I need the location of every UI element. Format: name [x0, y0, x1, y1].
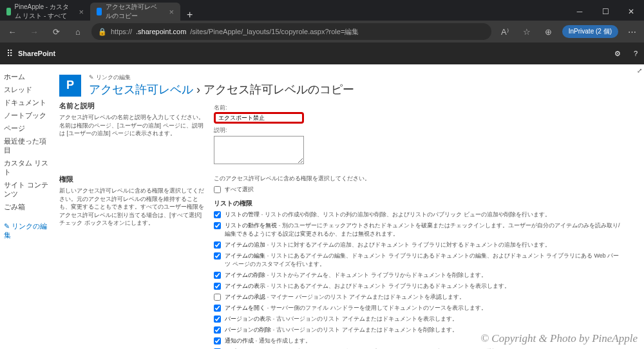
back-button[interactable]: ← [4, 27, 21, 37]
new-tab-button[interactable]: + [180, 9, 199, 21]
page-title: アクセス許可レベル › アクセス許可レベルのコピー [89, 82, 354, 97]
list-perm-heading: リストの権限 [214, 199, 622, 208]
url-path: /sites/PineApple/_layouts/15/copyrole.as… [190, 27, 359, 37]
favorites-icon[interactable]: ☆ [518, 27, 535, 37]
section-heading: 名前と説明 [59, 101, 205, 111]
address-bar[interactable]: 🔒 https:// .sharepoint.com /sites/PineAp… [91, 23, 491, 40]
main-content: P ✎ リンクの編集 アクセス許可レベル › アクセス許可レベルのコピー 名前と… [55, 64, 635, 349]
nav-item[interactable]: ごみ箱 [4, 201, 52, 214]
perm-name: 通知の作成 [225, 337, 254, 344]
perm-checkbox[interactable] [214, 252, 221, 259]
browser-tab-active[interactable]: アクセス許可レベルのコピー × [90, 3, 180, 21]
tab-title: PineApple - カスタム リスト - すべて [15, 3, 73, 21]
nav-item[interactable]: ページ [4, 122, 52, 135]
perm-name: アイテムの承認 [225, 294, 265, 300]
suite-product[interactable]: SharePoint [18, 50, 55, 57]
url-scheme: https:// [111, 28, 132, 35]
refresh-button[interactable]: ⟳ [48, 27, 64, 37]
browser-titlebar: PineApple - カスタム リスト - すべて × アクセス許可レベルのコ… [0, 0, 644, 21]
perm-row[interactable]: リストの管理リストの作成や削除、リストの列の追加や削除、およびリストのパブリック… [214, 211, 622, 219]
perm-row[interactable]: アイテムの表示リストにあるアイテム、およびドキュメント ライブラリにあるドキュメ… [214, 282, 622, 290]
close-icon[interactable]: × [169, 7, 174, 17]
browser-toolbar: ← → ⟳ ⌂ 🔒 https:// .sharepoint.com /site… [0, 21, 644, 42]
close-window-button[interactable]: ✕ [618, 3, 644, 21]
perm-row[interactable]: アイテムの編集リストにあるアイテムの編集、ドキュメント ライブラリにあるドキュメ… [214, 252, 622, 269]
perm-desc: 通知を作成します。 [254, 337, 311, 344]
perm-desc: 別のユーザーにチェックアウトされたドキュメントを破棄またはチェックインします。ユ… [225, 222, 620, 237]
perm-checkbox[interactable] [214, 222, 221, 229]
perm-checkbox[interactable] [214, 294, 221, 301]
suite-bar: ⠿ SharePoint ⚙ ? [0, 42, 644, 64]
perm-checkbox[interactable] [214, 283, 221, 290]
site-logo[interactable]: P [59, 75, 81, 97]
tab-title: アクセス許可レベルのコピー [106, 3, 162, 21]
perm-row[interactable]: アイテムの削除リストからアイテムを、ドキュメント ライブラリからドキュメントを削… [214, 271, 622, 279]
breadcrumb-edit[interactable]: ✎ リンクの編集 [89, 73, 354, 82]
perm-desc: リストからアイテムを、ドキュメント ライブラリからドキュメントを削除します。 [265, 272, 487, 278]
section-desc: アクセス許可レベルの名前と説明を入力してください。名前は権限のページ、[ユーザー… [59, 113, 205, 138]
section-heading: 権限 [59, 174, 205, 184]
collections-icon[interactable]: ⊕ [540, 27, 557, 37]
perm-name: アイテムの削除 [225, 272, 265, 278]
perm-name: アイテムの編集 [225, 252, 265, 259]
nav-item[interactable]: スレッド [4, 84, 52, 97]
help-icon[interactable]: ? [634, 50, 638, 57]
title-link[interactable]: アクセス許可レベル [89, 83, 193, 96]
perm-desc: 古いバージョンのリスト アイテムまたはドキュメントを表示します。 [271, 316, 458, 322]
perm-checkbox[interactable] [214, 316, 221, 323]
favicon-icon [6, 8, 11, 15]
inprivate-badge[interactable]: InPrivate (2 個) [562, 25, 618, 38]
minimize-button[interactable]: ─ [567, 3, 592, 21]
perm-checkbox[interactable] [214, 272, 221, 279]
desc-input[interactable] [214, 136, 304, 164]
home-button[interactable]: ⌂ [70, 27, 86, 37]
perm-row[interactable]: バージョンの削除古いバージョンのリスト アイテムまたはドキュメントを削除します。 [214, 326, 622, 334]
app-launcher-icon[interactable]: ⠿ [6, 48, 12, 59]
perm-row[interactable]: アイテムを開くサーバー側のファイル ハンドラーを使用してドキュメントのソースを表… [214, 304, 622, 312]
close-icon[interactable]: × [79, 7, 84, 17]
select-all-checkbox[interactable] [214, 186, 221, 193]
nav-item[interactable]: ホーム [4, 71, 52, 84]
perm-name: リストの動作を無視 [225, 222, 277, 229]
perm-desc: 古いバージョンのリスト アイテムまたはドキュメントを削除します。 [271, 326, 458, 333]
nav-item[interactable]: サイト コンテンツ [4, 179, 52, 201]
menu-icon[interactable]: ⋯ [623, 27, 640, 37]
perm-row[interactable]: リストの動作を無視別のユーザーにチェックアウトされたドキュメントを破棄またはチェ… [214, 222, 622, 238]
select-all-row[interactable]: すべて選択 [214, 185, 622, 194]
desc-label: 説明: [214, 126, 622, 135]
perm-checkbox[interactable] [214, 241, 221, 249]
perm-name: アイテムを開く [225, 305, 265, 311]
perm-name: バージョンの削除 [225, 326, 271, 333]
perm-desc: サーバー側のファイル ハンドラーを使用してドキュメントのソースを表示します。 [265, 305, 487, 311]
perm-desc: リストに対するアイテムの追加、およびドキュメント ライブラリに対するドキュメント… [265, 241, 551, 248]
perm-name: リストの管理 [225, 211, 260, 218]
section-desc: 新しいアクセス許可レベルに含める権限を選択してください。元のアクセス許可レベルの… [59, 187, 205, 227]
name-input[interactable] [214, 112, 304, 124]
forward-button[interactable]: → [26, 27, 43, 37]
left-nav: ホーム スレッド ドキュメント ノートブック ページ 最近使った項目 カスタム … [0, 64, 55, 349]
maximize-button[interactable]: ☐ [592, 3, 618, 21]
edit-links[interactable]: ✎ リンクの編集 [4, 220, 52, 242]
perm-checkbox[interactable] [214, 211, 221, 218]
perm-row[interactable]: バージョンの表示古いバージョンのリスト アイテムまたはドキュメントを表示します。 [214, 315, 622, 323]
nav-item[interactable]: カスタム リスト [4, 157, 52, 179]
perm-name: アイテムの表示 [225, 283, 265, 289]
read-aloud-icon[interactable]: A⁾ [497, 27, 513, 37]
browser-tab[interactable]: PineApple - カスタム リスト - すべて × [0, 3, 90, 21]
name-label: 名前: [214, 104, 622, 112]
perm-row[interactable]: アイテムの追加リストに対するアイテムの追加、およびドキュメント ライブラリに対す… [214, 241, 622, 249]
perm-desc: マイナー バージョンのリスト アイテムまたはドキュメントを承認します。 [265, 294, 465, 300]
nav-item[interactable]: ドキュメント [4, 97, 52, 109]
perm-name: アイテムの追加 [225, 241, 265, 248]
focus-content-toggle[interactable]: ⤢ [635, 64, 644, 349]
favicon-icon [97, 8, 102, 15]
perm-row[interactable]: 通知の作成通知を作成します。 [214, 337, 622, 345]
perm-checkbox[interactable] [214, 305, 221, 312]
settings-icon[interactable]: ⚙ [614, 50, 621, 58]
perm-checkbox[interactable] [214, 337, 221, 344]
perm-row[interactable]: アイテムの承認マイナー バージョンのリスト アイテムまたはドキュメントを承認しま… [214, 293, 622, 301]
perm-checkbox[interactable] [214, 326, 221, 334]
perm-instruction: このアクセス許可レベルに含める権限を選択してください。 [214, 174, 622, 183]
nav-item[interactable]: 最近使った項目 [4, 135, 52, 157]
nav-item[interactable]: ノートブック [4, 109, 52, 122]
